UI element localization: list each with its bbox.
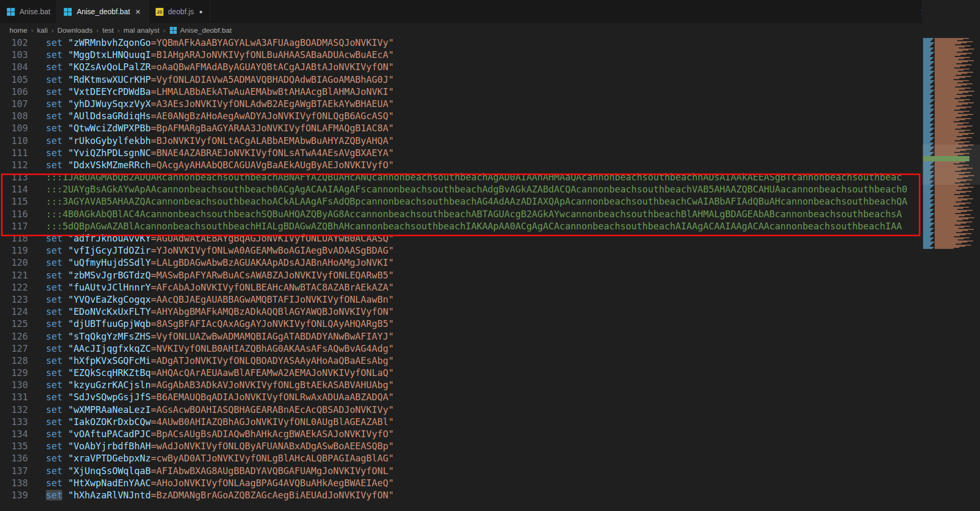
breadcrumb-item[interactable]: Downloads [57, 26, 93, 34]
code-line[interactable]: 108set "AUlDdsaGRdiqHs=AE0ANgBzAHoAegAwA… [0, 110, 922, 122]
code-line[interactable]: 105set "RdKtmswXUCrKHP=VyfONLADIAVwA5ADM… [0, 74, 922, 86]
vscode-window: { "tabs": [ { "label": "Anise.bat", "ico… [0, 0, 980, 511]
breadcrumb-item[interactable]: home [9, 26, 27, 34]
keyword-set: set [46, 245, 62, 256]
breadcrumb-file[interactable]: Anise_deobf.bat [169, 26, 232, 34]
tab-anise-bat[interactable]: Anise.bat [0, 0, 57, 23]
string-value: =MASwBpAFYARwBuACsAWABZAJoNVKIVyfONLEQAR… [151, 270, 394, 281]
minimap-line [922, 248, 980, 249]
code-line[interactable]: 132set "wXMPRAaNeaLezI=AGsAcwBOAHIASQBHA… [0, 404, 922, 416]
line-number: 103 [0, 49, 28, 61]
code-line[interactable]: 123set "YVQvEaZkgCogqx=AAcQBJAEgAUABBAGw… [0, 294, 922, 306]
code-line[interactable]: 110set "rUkoGybylfekbh=BJoNVKIVyfONLtACg… [0, 135, 922, 147]
line-number: 132 [0, 404, 28, 416]
line-number: 126 [0, 331, 28, 343]
code-line[interactable]: 124set "EDoNVcKxUxFLTY=AHYAbgBMAFkAMQBzA… [0, 306, 922, 318]
keyword-set: set [46, 306, 62, 317]
minimap-slider[interactable] [922, 144, 980, 185]
code-line[interactable]: 126set "sTqQkgYzMFsZHS=VyfONLUAZwBwADMAM… [0, 331, 922, 343]
line-number: 113 [0, 171, 28, 184]
code-line[interactable]: 102set "zWRMnbvhZqonGo=YQBmAFkAaABYAGYAL… [0, 37, 922, 49]
keyword-set: set [46, 160, 62, 170]
code-line[interactable]: 133set "IakOZOKrDxbCQw=4AUwB0AHIAZQBhAGJ… [0, 416, 922, 428]
variable-name: "HtXwpNadEnYAAC [68, 478, 151, 488]
variable-name: "YviQZhPDLsgnNC [68, 148, 151, 158]
code-line[interactable]: 127set "AAcJIjqgfxkqZC=NVKIVyfONLB0AHIAZ… [0, 343, 922, 355]
code-line[interactable]: 134set "vOAftuPACadPJC=BpACsAUgBsADIAQwB… [0, 428, 922, 440]
code-line[interactable]: 118set "adfrJknouAvvKY=AGUAdwAtAE8AYgBqA… [0, 233, 922, 245]
code-text: set "rUkoGybylfekbh=BJoNVKIVyfONLtACgALA… [28, 135, 394, 147]
breadcrumb-file-label: Anise_deobf.bat [180, 26, 232, 34]
keyword-set: set [46, 233, 62, 244]
breadcrumb-item[interactable]: test [102, 26, 114, 34]
line-number: 129 [0, 367, 28, 379]
code-line[interactable]: 115:::3AGYAVAB5AHAAZQAcannonbeachsouthbe… [0, 196, 922, 208]
code-line[interactable]: 107set "yhDJWuySqxzVyX=A3AEsJoNVKIVyfONL… [0, 98, 922, 110]
tab-anise-deobf-bat[interactable]: Anise_deobf.bat × [57, 0, 148, 23]
code-line[interactable]: 137set "XjUnqSsOWqlqaB=AFIAbwBXAG8AUgBBA… [0, 465, 922, 477]
line-number: 102 [0, 37, 28, 49]
code-line[interactable]: 113:::1JABUAGMAbQB2ADQARcannonbeachsouth… [0, 171, 922, 184]
code-text: set "vfIjGcyJTdOZir=YJoNVKIVyfONLwA0AGEA… [28, 245, 394, 257]
code-line[interactable]: 136set "xraVPTDGebpxNz=cwByAD0ATJoNVKIVy… [0, 452, 922, 465]
code-line[interactable]: 138set "HtXwpNadEnYAAC=AHoJoNVKIVyfONLAa… [0, 477, 922, 489]
variable-name: "kzyuGzrKACjsln [68, 380, 151, 390]
variable-name: "yhDJWuySqxzVyX [68, 99, 151, 109]
code-line[interactable]: 119set "vfIjGcyJTdOZir=YJoNVKIVyfONLwA0A… [0, 245, 922, 257]
line-number: 111 [0, 147, 28, 159]
keyword-set: set [46, 429, 62, 439]
string-value: =BpAFMARgBaAGYARAA3JoNVKIVyfONLAFMAQgB1A… [151, 123, 394, 133]
variable-name: "fuAUtvJClHnnrY [68, 282, 151, 293]
keyword-set: set [46, 380, 62, 390]
code-line[interactable]: 120set "uQfmyHujdSSdlY=LALgBDAGwAbwBzAGU… [0, 257, 922, 269]
string-value: =AHQAcQArAEUAawBlAFEAMwA2AEMAJoNVKIVyfON… [151, 368, 394, 378]
string-value: =VyfONLUAZwBwADMAMQBIAGgATABDADYANwBwAFI… [151, 331, 394, 342]
code-line[interactable]: 135set "VoAbYjrbdfBhAH=wAdJoNVKIVyfONLQB… [0, 440, 922, 452]
code-line[interactable]: 117:::5dQBpAGwAZABlAcannonbeachsouthbeac… [0, 220, 922, 233]
code-text: :::1JABUAGMAbQB2ADQARcannonbeachsouthbea… [28, 171, 902, 184]
variable-name: "djUBTfuuGpjWqb [68, 319, 151, 329]
code-line[interactable]: 128set "hXfpKVxSGQFcMi=ADgATJoNVKIVyfONL… [0, 355, 922, 367]
variable-name: "vOAftuPACadPJC [68, 429, 151, 439]
code-text: set "xraVPTDGebpxNz=cwByAD0ATJoNVKIVyfON… [28, 452, 394, 465]
code-line[interactable]: 109set "QtwWciZdWPXPBb=BpAFMARgBaAGYARAA… [0, 122, 922, 134]
line-number: 135 [0, 440, 28, 452]
code-line[interactable]: 121set "zbMSvJgrBGTdzQ=MASwBpAFYARwBuACs… [0, 269, 922, 282]
string-value: =A3AEsJoNVKIVyfONLAdwB2AEgAWgBTAEkAYwBHA… [151, 99, 394, 109]
code-line[interactable]: 122set "fuAUtvJClHnnrY=AFcAbAJoNVKIVyfON… [0, 282, 922, 294]
keyword-set: set [46, 294, 62, 305]
breadcrumb-item[interactable]: kali [37, 26, 47, 34]
code-line[interactable]: 104set "KQZsAvQoLPalZR=oAaQBwAFMAdAByAGU… [0, 61, 922, 73]
code-text: set "RdKtmswXUCrKHP=VyfONLADIAVwA5ADMAVQ… [28, 74, 394, 86]
minimap[interactable] [922, 0, 980, 511]
variable-name: "vfIjGcyJTdOZir [68, 245, 151, 256]
code-line[interactable]: 103set "MggDtxLHNQuuqI=B1AHgARAJoNVKIVyf… [0, 49, 922, 61]
code-line[interactable]: 116:::4B0AGkAbQBlAC4Acannonbeachsouthbea… [0, 208, 922, 220]
code-line[interactable]: 139set "hXhAzaRlVNJntd=BzADMANgBrAGoAZQB… [0, 489, 922, 502]
line-number: 123 [0, 294, 28, 306]
tab-deobf-js[interactable]: JS deobf.js ● [149, 0, 211, 23]
code-line[interactable]: 129set "EZQkScqHRKZtBq=AHQAcQArAEUAawBlA… [0, 367, 922, 379]
code-line[interactable]: 130set "kzyuGzrKACjsln=AGgAbAB3ADkAVJoNV… [0, 379, 922, 391]
code-line[interactable]: 131set "SdJvSQwpGsjJfS=B6AEMAUQBqADIAJoN… [0, 391, 922, 403]
chevron-right-icon: › [47, 26, 57, 34]
close-icon[interactable]: × [134, 7, 142, 16]
variable-name: "wXMPRAaNeaLezI [68, 404, 151, 415]
code-line[interactable]: 106set "VxtDEEYcPDWdBa=LHMALABbAEkATwAuA… [0, 86, 922, 98]
string-value: =wAdJoNVKIVyfONLQByAFUANABxADgASwBoAEEAS… [151, 441, 394, 451]
keyword-set: set [46, 478, 62, 488]
line-number: 114 [0, 184, 28, 196]
code-line[interactable]: 112set "DdxVSkMZmeRRch=QAcgAyAHAAbQBCAGU… [0, 159, 922, 171]
keyword-set: set [46, 282, 62, 293]
string-value: =AAcQBJAEgAUABBAGwAMQBTAFIJoNVKIVyfONLAa… [151, 294, 394, 305]
modified-dot-icon[interactable]: ● [198, 8, 204, 15]
code-text: set "XjUnqSsOWqlqaB=AFIAbwBXAG8AUgBBADYA… [28, 465, 394, 477]
line-number: 112 [0, 159, 28, 171]
breadcrumb-item[interactable]: mal analyst [123, 26, 159, 34]
keyword-set: set [46, 453, 62, 464]
code-line[interactable]: 125set "djUBTfuuGpjWqb=8ASgBFAFIAcQAxAGg… [0, 318, 922, 330]
code-line[interactable]: 114:::2UAYgBsAGkAYwApAAcannonbeachsouthb… [0, 184, 922, 196]
code-editor[interactable]: 102set "zWRMnbvhZqonGo=YQBmAFkAaABYAGYAL… [0, 37, 922, 511]
code-text: set "fuAUtvJClHnnrY=AFcAbAJoNVKIVyfONLBE… [28, 282, 394, 294]
code-line[interactable]: 111set "YviQZhPDLsgnNC=BNAE4AZABRAEJoNVK… [0, 147, 922, 159]
